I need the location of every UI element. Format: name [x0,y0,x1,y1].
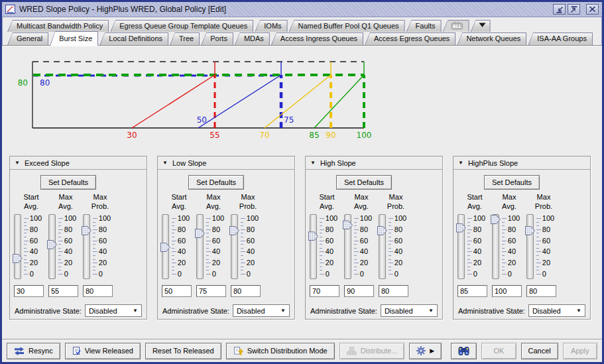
sliders-row: 020406080100020406080100020406080100 [14,212,147,280]
tab-access-ingress-queues[interactable]: Access Ingress Queues [271,32,363,45]
administrative-state-select[interactable]: Disabled▼ [85,304,142,317]
start-avg-field[interactable] [14,285,44,297]
start-avg-slider-thumb[interactable] [13,254,23,263]
tab-mdas[interactable]: MDAs [235,32,270,45]
max-prob-slider-thumb[interactable] [229,226,239,235]
tick-mark [502,222,505,223]
max-avg-field[interactable] [492,285,522,297]
max-prob-slider-thumb[interactable] [525,226,535,235]
button-label: View Released [85,347,133,355]
start-avg-field[interactable] [162,285,192,297]
max-prob-slider-track[interactable] [83,214,90,279]
start-avg-slider-thumb[interactable] [456,223,466,233]
high-slope-collapse-header[interactable]: ▼High Slope [306,156,442,170]
max-avg-field[interactable] [48,285,78,297]
tick-mark [320,222,322,223]
tab-general[interactable]: General [7,32,48,45]
tab-ports[interactable]: Ports [201,32,233,45]
max-avg-slider-track[interactable] [48,214,56,279]
chevron-down-icon: ▼ [576,308,581,314]
set-defaults-button[interactable]: Set Defaults [336,175,392,190]
tab-ioms[interactable]: IOMs [255,20,287,32]
tick-mark [93,251,97,252]
start-avg-field[interactable] [310,285,339,297]
tick-mark [206,218,211,219]
tick-mark [24,241,29,241]
wred-slope-chart: 305550757090851008080 [13,56,387,147]
max-prob-field[interactable] [231,285,261,297]
max-avg-slider-track[interactable] [492,214,499,279]
administrative-state-select[interactable]: Disabled▼ [381,304,438,317]
max-avg-slider-thumb[interactable] [47,240,57,249]
highplus-slope-collapse-header[interactable]: ▼HighPlus Slope [453,156,590,170]
ok-button[interactable]: OK [481,343,516,359]
tick-label: 40 [394,248,402,255]
tab-multicast-bandwidth-policy[interactable]: Multicast Bandwidth Policy [7,20,109,32]
set-defaults-button[interactable]: Set Defaults [188,175,244,190]
slider-ticks: 020406080100 [536,212,561,280]
max-prob-field[interactable] [526,285,556,297]
tick-mark [241,218,245,219]
tick-mark [93,259,95,260]
tick-mark [467,218,472,219]
max-prob-field[interactable] [379,285,408,297]
exceed-slope-collapse-header[interactable]: ▼Exceed Slope [10,156,147,170]
start-avg-slider-thumb[interactable] [160,243,170,252]
close-button[interactable] [586,4,599,15]
tab-local-definitions[interactable]: Local Definitions [99,32,168,45]
reset-to-released-button[interactable]: Reset To Released [145,343,221,359]
start-avg-slider-track[interactable] [14,214,21,279]
start-avg-slider-track[interactable] [310,214,317,279]
max-prob-slider-track[interactable] [379,214,386,279]
maximize-button[interactable] [568,4,580,15]
view-released-button[interactable]: View Released [65,343,141,359]
max-avg-slider-track[interactable] [344,214,351,279]
max-avg-slider-track[interactable] [196,214,204,279]
switch-distribution-mode-button[interactable]: Switch Distribution Mode [226,343,335,359]
tab-burst-size[interactable]: Burst Size [50,31,98,46]
max-prob-slider-thumb[interactable] [82,226,91,235]
tab-access-egress-queues[interactable]: Access Egress Queues [365,32,455,45]
tab-overflow-tab[interactable] [471,20,491,32]
max-prob-slider-track[interactable] [526,214,534,279]
tab-faults[interactable]: Faults [406,20,442,32]
start-avg-field[interactable] [457,285,487,297]
max-avg-field[interactable] [344,285,374,297]
max-avg-slider-thumb[interactable] [491,215,501,224]
tab-label: Local Definitions [99,32,168,43]
set-defaults-row: Set Defaults [453,175,570,190]
tick-label: 100 [542,215,554,222]
cancel-button[interactable]: Cancel [521,343,558,359]
tab-isa-aa-groups[interactable]: ISA-AA Groups [528,32,593,45]
administrative-state-select[interactable]: Disabled▼ [233,304,290,317]
max-prob-slider-track[interactable] [231,214,238,279]
tab-network-queues[interactable]: Network Queues [457,32,526,45]
distribute-button[interactable]: Distribute... [339,343,405,359]
tab-egress-queue-group-template-queues[interactable]: Egress Queue Group Template Queues [110,20,253,32]
tick-mark [389,263,393,263]
gear-button[interactable]: ▶ [409,343,442,359]
resync-button[interactable]: Resync [7,343,60,359]
tab-tree[interactable]: Tree [170,32,200,45]
max-avg-field[interactable] [196,285,226,297]
window-titlebar[interactable]: WRED Slope Policy - HighPlus WRED, Globa… [2,2,602,17]
administrative-state-select[interactable]: Disabled▼ [528,304,585,317]
tick-mark [467,237,470,237]
tab-named-buffer-pool-q1-queues[interactable]: Named Buffer Pool Q1 Queues [289,20,405,32]
apply-button[interactable]: Apply [563,343,597,359]
low-slope-collapse-header[interactable]: ▼Low Slope [158,156,294,170]
binoculars-button[interactable] [451,343,477,359]
restore-icon [556,6,564,13]
start-avg-slider-track[interactable] [457,214,465,279]
start-avg-slider-thumb[interactable] [308,231,318,241]
low-slope-panel: ▼Low SlopeSet DefaultsStartAvg.MaxAvg.Ma… [157,156,295,320]
max-prob-slider-thumb[interactable] [377,226,387,235]
max-prob-field[interactable] [83,285,113,297]
start-avg-slider-track[interactable] [162,214,169,279]
restore-button[interactable] [553,4,566,15]
set-defaults-button[interactable]: Set Defaults [40,175,96,190]
set-defaults-button[interactable]: Set Defaults [484,175,540,190]
max-avg-slider-thumb[interactable] [195,229,205,238]
tick-label: 60 [212,237,220,245]
max-avg-slider-thumb[interactable] [343,220,353,229]
